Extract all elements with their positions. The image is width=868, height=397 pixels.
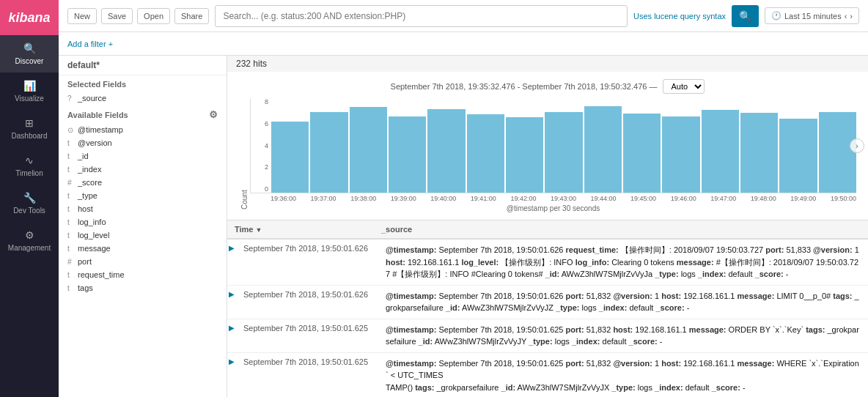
row-expand-btn[interactable]: ▶ — [227, 319, 239, 336]
field-item-type[interactable]: t _type — [59, 189, 227, 202]
col-time-header[interactable]: Time ▼ — [227, 220, 374, 238]
table-row: ▶ September 7th 2018, 19:50:01.625 @time… — [227, 319, 868, 353]
share-button[interactable]: Share — [174, 8, 209, 24]
logo: kibana — [0, 0, 59, 35]
field-type-source: ? — [67, 94, 75, 103]
field-item-id[interactable]: t _id — [59, 149, 227, 163]
search-button[interactable]: 🔍 — [732, 5, 759, 27]
field-item-port[interactable]: # port — [59, 255, 227, 268]
field-item-score[interactable]: # _score — [59, 176, 227, 189]
field-item-tags[interactable]: t tags — [59, 281, 227, 294]
settings-icon[interactable]: ⚙ — [209, 109, 218, 120]
index-pattern-name[interactable]: default* — [59, 56, 227, 75]
time-range-picker[interactable]: 🕐 Last 15 minutes ‹ › — [765, 7, 859, 24]
row-expand-btn[interactable]: ▶ — [227, 240, 239, 256]
chart-area: September 7th 2018, 19:35:32.476 - Septe… — [227, 72, 868, 220]
x-tick-12: 19:48:00 — [751, 195, 776, 202]
y-axis: 8 6 4 2 0 — [251, 98, 271, 193]
x-tick-9: 19:45:00 — [630, 195, 656, 202]
sidebar-item-timelion[interactable]: ∿ Timelion — [0, 147, 59, 185]
row-expand-btn[interactable]: ▶ — [227, 286, 239, 303]
field-name-source: _source — [78, 94, 106, 103]
field-type-index: t — [67, 166, 75, 174]
chevron-right-icon[interactable]: › — [850, 12, 853, 21]
logo-text: kibana — [8, 10, 50, 26]
y-tick-4: 4 — [265, 142, 268, 149]
sidebar-item-management[interactable]: ⚙ Management — [0, 222, 59, 259]
chart-bar-2 — [350, 107, 387, 193]
search-input[interactable] — [215, 5, 628, 27]
chart-bar-8 — [584, 106, 622, 193]
selected-field-source[interactable]: ? _source — [59, 92, 227, 105]
chart-bar-13 — [779, 119, 817, 193]
visualize-icon: 📊 — [23, 80, 36, 92]
sidebar: kibana 🔍 Discover 📊 Visualize ⊞ Dashboar… — [0, 0, 59, 397]
results-area: Time ▼ _source ▶ September 7th 2018, 19:… — [227, 220, 868, 397]
x-tick-6: 19:42:00 — [510, 195, 536, 202]
sort-indicator: ▼ — [256, 226, 262, 234]
chart-bar-3 — [389, 116, 426, 193]
x-tick-1: 19:37:00 — [311, 195, 336, 202]
result-source-1: @timestamp: September 7th 2018, 19:50:01… — [378, 240, 868, 285]
field-item-log-level[interactable]: t log_level — [59, 229, 227, 242]
x-tick-3: 19:39:00 — [391, 195, 416, 202]
y-tick-6: 6 — [265, 120, 268, 127]
new-button[interactable]: New — [67, 8, 97, 24]
field-type-tags: t — [67, 284, 75, 292]
col-source-header: _source — [374, 220, 868, 238]
chart-bar-5 — [467, 114, 504, 193]
field-name-tags: tags — [78, 283, 93, 292]
field-item-log-info[interactable]: t log_info — [59, 215, 227, 229]
topbar-left-actions: New Save Open Share — [67, 8, 209, 24]
result-source-2: @timestamp: September 7th 2018, 19:50:01… — [378, 286, 868, 319]
field-item-request-time[interactable]: t request_time — [59, 268, 227, 281]
lucene-syntax-link[interactable]: Uses lucene query syntax — [633, 12, 726, 21]
field-name-message: message — [78, 244, 111, 253]
y-tick-8: 8 — [265, 98, 268, 105]
sidebar-item-discover[interactable]: 🔍 Discover — [0, 35, 59, 73]
chevron-left-icon[interactable]: ‹ — [845, 12, 847, 21]
x-axis: 19:36:0019:37:0019:38:0019:39:0019:40:00… — [250, 195, 856, 202]
chart-bar-6 — [506, 117, 543, 193]
main-content: New Save Open Share Uses lucene query sy… — [59, 0, 868, 397]
sidebar-item-dashboard-label: Dashboard — [12, 132, 48, 140]
save-button[interactable]: Save — [101, 8, 133, 24]
sidebar-item-devtools[interactable]: 🔧 Dev Tools — [0, 185, 59, 222]
chart-scroll-right[interactable]: › — [850, 138, 864, 153]
field-item-message[interactable]: t message — [59, 242, 227, 255]
chart-bar-4 — [427, 109, 465, 193]
chart-bar-11 — [702, 110, 739, 193]
selected-fields-header: Selected Fields — [59, 75, 227, 92]
field-name-score: _score — [78, 178, 102, 187]
row-expand-btn[interactable]: ▶ — [227, 353, 239, 370]
dashboard-icon: ⊞ — [25, 117, 34, 129]
sidebar-item-visualize-label: Visualize — [15, 94, 44, 103]
field-name-host: host — [78, 204, 93, 213]
add-filter-button[interactable]: Add a filter + — [67, 40, 113, 48]
chart-interval-select[interactable]: Auto — [663, 79, 705, 94]
x-tick-14: 19:50:00 — [831, 195, 856, 202]
x-tick-0: 19:36:00 — [271, 195, 296, 202]
field-type-host: t — [67, 205, 75, 213]
field-name-request-time: request_time — [78, 270, 125, 279]
field-item-version[interactable]: t @version — [59, 136, 227, 149]
open-button[interactable]: Open — [137, 8, 170, 24]
field-item-index[interactable]: t _index — [59, 163, 227, 176]
sidebar-item-dashboard[interactable]: ⊞ Dashboard — [0, 110, 59, 147]
y-tick-2: 2 — [265, 163, 268, 171]
field-item-host[interactable]: t host — [59, 202, 227, 215]
y-tick-0: 0 — [265, 185, 268, 193]
field-name-id: _id — [78, 152, 89, 160]
result-time-1: September 7th 2018, 19:50:01.626 — [239, 240, 378, 257]
field-name-port: port — [78, 257, 92, 266]
available-fields-label: Available Fields — [67, 111, 128, 119]
devtools-icon: 🔧 — [23, 192, 36, 204]
chart-bar-0 — [271, 122, 309, 193]
field-item-timestamp[interactable]: ⊙ @timestamp — [59, 123, 227, 136]
chart-header: September 7th 2018, 19:35:32.476 - Septe… — [239, 79, 856, 94]
chart-bars — [271, 98, 856, 193]
sidebar-item-visualize[interactable]: 📊 Visualize — [0, 73, 59, 110]
x-tick-2: 19:38:00 — [350, 195, 376, 202]
chart-x-label: @timestamp per 30 seconds — [250, 204, 856, 212]
x-tick-5: 19:41:00 — [471, 195, 496, 202]
